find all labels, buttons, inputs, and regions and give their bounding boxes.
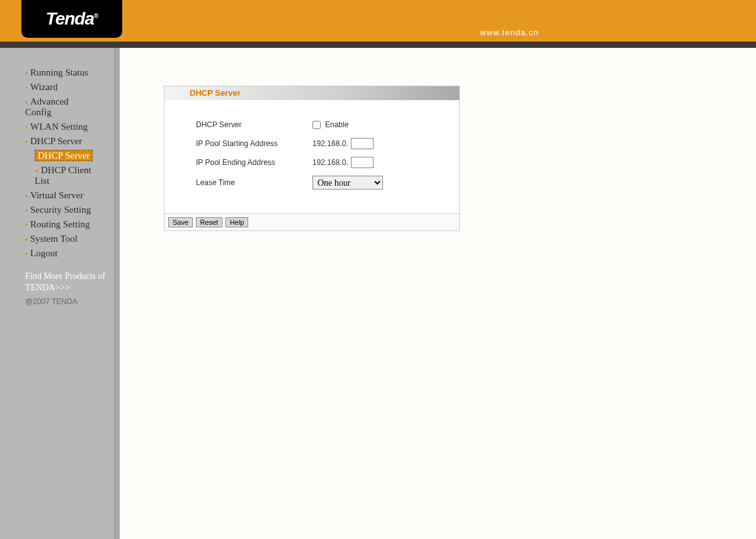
sidebar-item-wizard[interactable]: Wizard	[0, 80, 114, 94]
dhcp-panel: DHCP Server DHCP Server Enable IP Pool S…	[164, 86, 460, 231]
sidebar-promo-link[interactable]: Find More Products of TENDA>>>	[25, 271, 114, 293]
label-enable: Enable	[325, 120, 348, 129]
select-lease-time[interactable]: One hour	[312, 176, 383, 190]
sidebar-item-logout[interactable]: Logout	[0, 246, 114, 261]
content-area: DHCP Server DHCP Server Enable IP Pool S…	[120, 48, 756, 539]
input-ip-end[interactable]	[351, 157, 374, 168]
sidebar-subitem-dhcp-client-list[interactable]: DHCP Client List	[0, 163, 114, 188]
label-dhcp-server: DHCP Server	[196, 120, 312, 129]
sidebar-subitem-dhcp-server[interactable]: DHCP Server	[0, 149, 114, 163]
sidebar-item-security-setting[interactable]: Security Setting	[0, 203, 114, 217]
input-ip-start[interactable]	[351, 138, 374, 149]
ip-start-prefix: 192.168.0.	[312, 139, 348, 148]
sidebar-item-running-status[interactable]: Running Status	[0, 65, 114, 80]
panel-actions: Save Reset Help	[164, 213, 459, 230]
panel-title: DHCP Server	[190, 88, 241, 98]
sidebar-item-system-tool[interactable]: System Tool	[0, 232, 114, 246]
sidebar-copyright: @2007 TENDA	[25, 297, 114, 306]
label-ip-start: IP Pool Starting Address	[196, 139, 312, 148]
header-divider	[0, 42, 756, 48]
help-button[interactable]: Help	[226, 217, 249, 227]
ip-end-prefix: 192.168.0.	[312, 158, 348, 167]
sidebar-scroll-edge	[115, 48, 120, 539]
reset-button[interactable]: Reset	[196, 217, 223, 227]
logo: Tenda®	[21, 0, 122, 38]
sidebar-item-routing-setting[interactable]: Routing Setting	[0, 217, 114, 232]
save-button[interactable]: Save	[168, 217, 193, 227]
logo-text: Tenda®	[46, 9, 98, 29]
sidebar-item-wlan-setting[interactable]: WLAN Setting	[0, 120, 114, 134]
sidebar-item-advanced-config[interactable]: Advanced Config	[0, 94, 114, 120]
sidebar: Running Status Wizard Advanced Config WL…	[0, 48, 115, 539]
sidebar-item-virtual-server[interactable]: Virtual Server	[0, 188, 114, 203]
checkbox-enable[interactable]	[312, 121, 321, 129]
panel-title-bar: DHCP Server	[164, 86, 459, 100]
label-lease-time: Lease Time	[196, 178, 312, 187]
label-ip-end: IP Pool Ending Address	[196, 158, 312, 167]
header-url: www.tenda.cn	[480, 28, 539, 37]
header-bar: Tenda® www.tenda.cn	[0, 0, 756, 42]
sidebar-item-dhcp-server[interactable]: DHCP Server	[0, 134, 114, 149]
